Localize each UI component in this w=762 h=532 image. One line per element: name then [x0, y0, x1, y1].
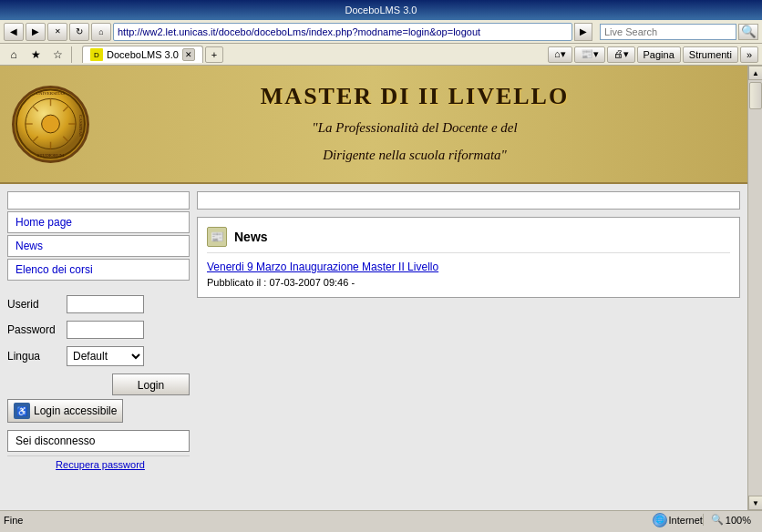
userid-label: Userid: [7, 298, 67, 311]
zoom-level: 100%: [726, 515, 751, 526]
svg-point-2: [41, 115, 59, 133]
home-icon[interactable]: ⌂: [4, 46, 24, 64]
search-input[interactable]: [600, 24, 736, 40]
password-input[interactable]: [67, 321, 144, 339]
page-content: UNIVERSITAS CASSINAS STUDIORUM: [0, 66, 747, 510]
status-box: Sei disconnesso: [7, 430, 190, 452]
scroll-down-button[interactable]: ▼: [748, 496, 762, 510]
svg-text:CASSINAS: CASSINAS: [78, 115, 83, 137]
home-button[interactable]: ⌂: [91, 23, 111, 41]
accessible-icon: ♿: [14, 403, 30, 419]
status-text: Fine: [4, 515, 653, 526]
zoom-icon: 🔍: [711, 514, 724, 526]
accessible-login-button[interactable]: ♿ Login accessibile: [7, 399, 123, 423]
header-subtitle-line2: Dirigente nella scuola riformata": [91, 145, 738, 166]
svg-text:UNIVERSITAS: UNIVERSITAS: [36, 91, 65, 96]
scroll-up-button[interactable]: ▲: [748, 66, 762, 80]
address-bar[interactable]: [113, 23, 572, 41]
refresh-button[interactable]: ↻: [69, 23, 89, 41]
page-header: UNIVERSITAS CASSINAS STUDIORUM: [0, 66, 747, 184]
logo-circle: UNIVERSITAS CASSINAS STUDIORUM: [12, 86, 89, 163]
sidebar-item-news[interactable]: News: [7, 235, 190, 257]
strumenti-btn[interactable]: Strumenti: [683, 46, 738, 63]
browser-tab[interactable]: D DoceboLMS 3.0 ✕: [82, 46, 203, 63]
feeds-btn[interactable]: 📰▾: [574, 46, 605, 63]
go-button[interactable]: ▶: [574, 23, 592, 41]
news-title: News: [234, 230, 268, 244]
lingua-row: Lingua Default: [7, 346, 190, 366]
header-text: MASTER DI II LIVELLO "La Professionalità…: [91, 83, 738, 166]
recover-password-link[interactable]: Recupera password: [52, 459, 145, 470]
forward-button[interactable]: ▶: [26, 23, 46, 41]
accessible-label: Login accessibile: [34, 404, 117, 417]
window-title: DoceboLMS 3.0: [345, 5, 417, 15]
news-top-bar: [197, 191, 740, 210]
stop-button[interactable]: ✕: [47, 23, 67, 41]
login-btn-wrap: Login: [7, 373, 190, 395]
news-icon: 📰: [207, 227, 227, 247]
new-tab-button[interactable]: +: [205, 46, 223, 63]
password-row: Password: [7, 321, 190, 339]
sidebar-item-courses[interactable]: Elenco dei corsi: [7, 259, 190, 281]
lingua-select-wrap: Default: [67, 346, 144, 366]
news-item-date: Pubblicato il : 07-03-2007 09:46 -: [207, 277, 730, 288]
search-go-button[interactable]: 🔍: [738, 24, 758, 40]
expand-btn[interactable]: »: [740, 46, 758, 63]
tab-close-button[interactable]: ✕: [182, 48, 195, 61]
header-subtitle-line1: "La Professionalità del Docente e del: [91, 118, 738, 138]
header-title: MASTER DI II LIVELLO: [91, 83, 738, 110]
title-bar: DoceboLMS 3.0: [0, 0, 762, 20]
university-logo: UNIVERSITAS CASSINAS STUDIORUM: [9, 74, 91, 174]
page-body: Home page News Elenco dei corsi Userid P…: [0, 184, 747, 510]
pagina-btn[interactable]: Pagina: [637, 46, 681, 63]
scroll-track: [748, 80, 762, 496]
lingua-label: Lingua: [7, 350, 67, 363]
main-content-wrapper: UNIVERSITAS CASSINAS STUDIORUM: [0, 66, 762, 510]
accessible-wrap: ♿ Login accessibile: [7, 399, 190, 423]
internet-zone: 🌐 Internet: [653, 513, 703, 527]
userid-row: Userid: [7, 295, 190, 313]
globe-icon: 🌐: [653, 513, 667, 527]
login-form: Userid Password Lingua Default: [7, 295, 190, 471]
menu-row: ⌂ ★ ☆ D DoceboLMS 3.0 ✕ + ⌂▾ 📰▾ 🖨▾ Pagin…: [0, 44, 762, 66]
sidebar-nav: Home page News Elenco dei corsi: [7, 211, 190, 281]
sidebar-top-box: [7, 191, 190, 210]
sidebar-item-home[interactable]: Home page: [7, 211, 190, 233]
news-box: 📰 News Venerdi 9 Marzo Inaugurazione Mas…: [197, 217, 740, 298]
login-button[interactable]: Login: [112, 373, 190, 395]
svg-text:STUDIORUM: STUDIORUM: [36, 153, 64, 158]
toolbar-right: ⌂▾ 📰▾ 🖨▾ Pagina Strumenti »: [548, 46, 758, 63]
scroll-thumb[interactable]: [749, 82, 762, 109]
news-header: 📰 News: [207, 227, 730, 253]
recover-row: Recupera password: [7, 455, 190, 471]
print-btn[interactable]: 🖨▾: [607, 46, 635, 63]
password-label: Password: [7, 323, 67, 336]
bookmark-icon[interactable]: ☆: [47, 46, 67, 64]
star-icon[interactable]: ★: [26, 46, 46, 64]
toolbar-row: ◀ ▶ ✕ ↻ ⌂ ▶ 🔍: [0, 20, 762, 44]
home-toolbar-btn[interactable]: ⌂▾: [548, 46, 572, 63]
news-panel: 📰 News Venerdi 9 Marzo Inaugurazione Mas…: [197, 191, 740, 510]
status-bar: Fine 🌐 Internet 🔍 100%: [0, 510, 762, 528]
scrollbar[interactable]: ▲ ▼: [747, 66, 762, 510]
tab-favicon: D: [90, 48, 103, 61]
news-item-link[interactable]: Venerdi 9 Marzo Inaugurazione Master II …: [207, 261, 730, 273]
lingua-select[interactable]: Default: [67, 346, 144, 366]
sidebar: Home page News Elenco dei corsi Userid P…: [7, 191, 190, 510]
back-button[interactable]: ◀: [4, 23, 24, 41]
login-status-text: Sei disconnesso: [15, 435, 95, 447]
tab-label: DoceboLMS 3.0: [107, 49, 179, 60]
internet-label: Internet: [669, 515, 703, 526]
zoom-control[interactable]: 🔍 100%: [703, 514, 758, 526]
userid-input[interactable]: [67, 295, 144, 313]
